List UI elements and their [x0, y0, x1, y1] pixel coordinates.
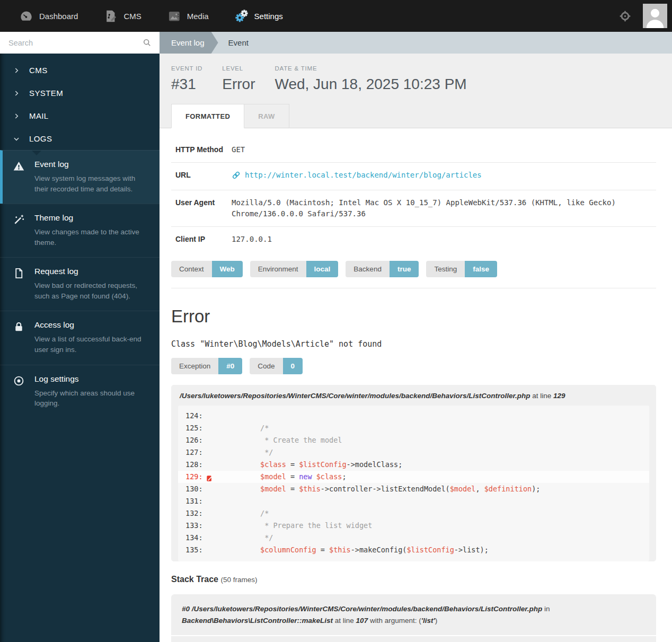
stack-frames-panel: #0 /Users/luketowers/Repositories/Winter…	[171, 594, 656, 642]
sidebar-item-title: Log settings	[34, 374, 150, 384]
active-notch	[32, 151, 41, 155]
field-value: Error	[222, 76, 255, 93]
tab-raw[interactable]: RAW	[244, 104, 289, 128]
top-nav: DashboardCMSMediaSettings	[0, 0, 672, 32]
detail-value: GET	[227, 144, 656, 155]
tag-context: ContextWeb	[171, 261, 243, 277]
nav-item-cms[interactable]: CMS	[92, 0, 155, 32]
crosshair-icon[interactable]	[614, 5, 635, 27]
chevron-right-icon	[13, 67, 20, 74]
sidebar-item-theme-log[interactable]: Theme log View changes made to the activ…	[0, 204, 160, 257]
record-icon	[13, 375, 25, 409]
tag-exception: Exception#0	[171, 358, 242, 374]
code-block: 124:125: /*126: * Create the model127: *…	[178, 406, 649, 561]
code-line-130: 130: $model = $this->controller->listExt…	[178, 483, 649, 495]
sidebar-section-logs[interactable]: LOGS	[0, 127, 160, 150]
stack-trace-count: (50 frames)	[220, 576, 257, 584]
line-number: 132:	[185, 507, 226, 520]
tag-value: true	[390, 261, 419, 277]
tag-code: Code0	[250, 358, 303, 374]
sidebar-item-request-log[interactable]: Request log View bad or redirected reque…	[0, 257, 160, 311]
breadcrumb-event: Event	[228, 38, 249, 47]
event-field-date-time: DATE & TIME Wed, Jun 18, 2025 10:23 PM	[275, 65, 466, 93]
snippet-file: /Users/luketowers/Repositories/WinterCMS…	[180, 392, 530, 400]
sidebar-item-event-log[interactable]: Event log View system log messages with …	[0, 150, 160, 204]
detail-label: Client IP	[175, 234, 227, 245]
settings-icon	[234, 9, 249, 23]
request-details-table: HTTP Method GETURL http://winter.local.t…	[171, 137, 656, 252]
detail-row-user-agent: User Agent Mozilla/5.0 (Macintosh; Intel…	[171, 190, 656, 227]
stack-frame-1: #1 /Users/luketowers/Repositories/Winter…	[171, 635, 656, 642]
sidebar-item-title: Theme log	[34, 213, 150, 223]
nav-item-label: Dashboard	[39, 12, 78, 21]
code-line-126: 126: * Create the model	[178, 434, 649, 446]
search-icon[interactable]	[142, 38, 152, 48]
tag-testing: Testingfalse	[426, 261, 497, 277]
sidebar-section-label: CMS	[29, 66, 48, 75]
detail-value: 127.0.0.1	[227, 234, 656, 245]
event-detail-body: HTTP Method GETURL http://winter.local.t…	[160, 128, 672, 642]
line-number: 135:	[185, 544, 226, 556]
code-line-127: 127: */	[178, 446, 649, 459]
event-field-level: LEVEL Error	[222, 65, 255, 93]
wand-icon	[13, 214, 25, 248]
tab-formatted[interactable]: FORMATTED	[171, 104, 244, 128]
detail-label: URL	[175, 170, 227, 183]
link-icon	[232, 171, 241, 180]
line-number: 127:	[185, 446, 226, 459]
stack-frame-0: #0 /Users/luketowers/Repositories/Winter…	[171, 594, 656, 635]
line-number: 129:	[185, 471, 226, 483]
code-line-125: 125: /*	[178, 422, 649, 434]
event-field-event-id: EVENT ID #31	[171, 65, 202, 93]
tag-value: #0	[218, 358, 242, 374]
nav-item-settings[interactable]: Settings	[223, 0, 297, 32]
nav-item-media[interactable]: Media	[155, 0, 223, 32]
sidebar-item-title: Event log	[34, 160, 150, 169]
sidebar-item-log-settings[interactable]: Log settings Specify which areas should …	[0, 365, 160, 418]
sidebar-item-description: View system log messages with their reco…	[34, 173, 150, 194]
exception-badges: Exception#0Code0	[171, 358, 656, 374]
line-number: 124:	[185, 410, 226, 422]
code-line-134: 134: */	[178, 532, 649, 544]
code-line-135: 135: $columnConfig = $this->makeConfig($…	[178, 544, 649, 556]
code-line-129: 129: $model = new $class;	[178, 471, 649, 483]
sidebar-item-title: Access log	[34, 320, 150, 330]
app-window: DashboardCMSMediaSettings	[0, 0, 672, 642]
avatar[interactable]	[643, 4, 667, 28]
sidebar-sections: CMSSYSTEMMAILLOGS	[0, 59, 160, 150]
breadcrumb-event-log[interactable]: Event log	[160, 32, 218, 54]
line-number: 125:	[185, 422, 226, 434]
tag-value: 0	[283, 358, 303, 374]
sidebar-section-label: SYSTEM	[29, 89, 63, 98]
tag-label: Code	[250, 358, 282, 374]
pointer-icon	[206, 473, 213, 481]
sidebar-item-title: Request log	[34, 267, 150, 276]
tag-label: Environment	[250, 261, 306, 277]
sidebar-item-description: Specify which areas should use logging.	[34, 388, 150, 409]
nav-item-dashboard[interactable]: Dashboard	[7, 0, 92, 32]
tag-label: Testing	[426, 261, 465, 277]
line-number: 128:	[185, 459, 226, 471]
divider	[171, 288, 656, 288]
line-number: 134:	[185, 532, 226, 544]
sidebar-section-mail[interactable]: MAIL	[0, 104, 160, 127]
line-number: 130:	[185, 483, 226, 495]
sidebar-item-description: View bad or redirected requests, such as…	[34, 280, 150, 301]
document-icon	[13, 267, 25, 301]
search-input[interactable]	[8, 39, 142, 47]
top-nav-items: DashboardCMSMediaSettings	[7, 0, 297, 32]
sidebar-section-cms[interactable]: CMS	[0, 59, 160, 82]
environment-tags: ContextWebEnvironmentlocalBackendtrueTes…	[171, 261, 656, 277]
sidebar-item-access-log[interactable]: Access log View a list of successful bac…	[0, 311, 160, 364]
media-icon	[167, 9, 181, 23]
dashboard-icon	[19, 9, 33, 23]
request-url-link[interactable]: http://winter.local.test/backend/winter/…	[232, 170, 482, 181]
sidebar-section-label: MAIL	[29, 111, 49, 120]
line-number: 131:	[185, 495, 226, 507]
code-snippet-panel: /Users/luketowers/Repositories/WinterCMS…	[171, 385, 656, 561]
error-message: Class "Winter\Blog\Models\Article" not f…	[171, 339, 656, 349]
chevron-right-icon	[13, 90, 20, 97]
tag-environment: Environmentlocal	[250, 261, 339, 277]
sidebar-section-system[interactable]: SYSTEM	[0, 82, 160, 104]
main-content: EVENT ID #31LEVEL ErrorDATE & TIME Wed, …	[160, 54, 672, 642]
